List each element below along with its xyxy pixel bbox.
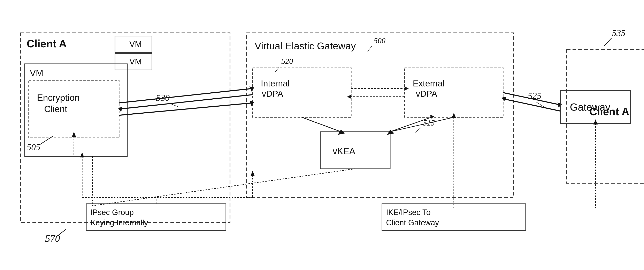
- vm-label-1: VM: [130, 40, 142, 49]
- annotation-505: 505: [27, 142, 40, 152]
- external-vdpa-label-1: External: [413, 79, 444, 88]
- annotation-500: 500: [374, 36, 386, 45]
- virtual-elastic-gateway-label: Virtual Elastic Gateway: [255, 41, 356, 51]
- ike-ipsec-label-2: Client Gateway: [386, 218, 439, 227]
- annotation-570: 570: [45, 233, 60, 244]
- internal-vdpa-label-1: Internal: [261, 79, 290, 88]
- encryption-client-label-1: Encryption: [37, 93, 80, 103]
- client-a-right-label: Client A: [590, 106, 630, 117]
- external-vdpa-label-2: vDPA: [416, 89, 437, 99]
- diagram-container: Client A VM VM VM Encryption Client 505 …: [0, 0, 644, 270]
- vkea-label: vKEA: [333, 146, 356, 156]
- annotation-520: 520: [281, 57, 293, 65]
- ipsec-group-label-2: Keying Internally: [90, 218, 148, 227]
- vm-label-2: VM: [130, 57, 142, 66]
- vm-label-3: VM: [30, 68, 43, 78]
- ipsec-group-label-1: IPsec Group: [90, 208, 134, 217]
- annotation-535: 535: [612, 28, 626, 38]
- ike-ipsec-label-1: IKE/IPsec To: [386, 208, 431, 217]
- client-a-left-label: Client A: [27, 38, 67, 50]
- internal-vdpa-label-2: vDPA: [262, 89, 283, 99]
- encryption-client-label-2: Client: [44, 104, 67, 114]
